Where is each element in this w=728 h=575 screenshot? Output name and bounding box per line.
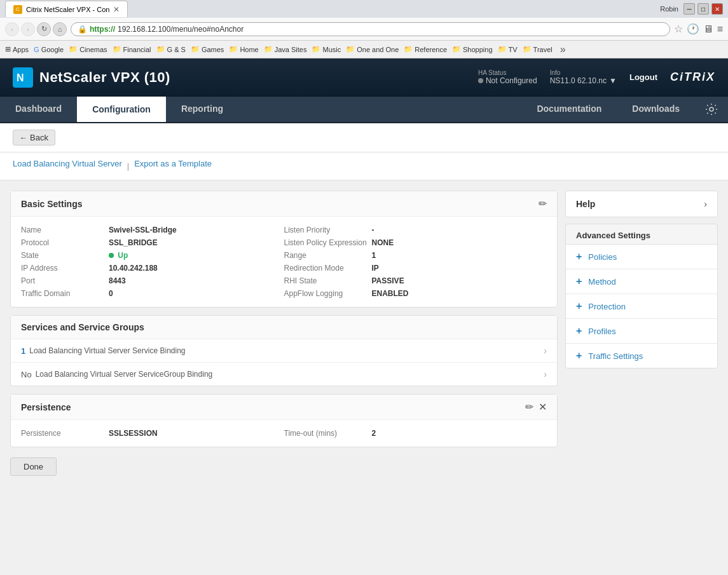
- info-value: NS11.0 62.10.nc ▼: [550, 76, 617, 85]
- redirection-value: IP: [372, 264, 379, 273]
- setting-listen-policy: Listen Policy Expression NONE: [284, 238, 547, 247]
- reload-button[interactable]: ↻: [37, 22, 51, 36]
- maximize-button[interactable]: □: [697, 3, 709, 15]
- cast-icon[interactable]: 🖥: [703, 24, 713, 35]
- address-bar: ‹ › ↻ ⌂ 🔒 https:// 192.168.12.100/menu/n…: [0, 18, 728, 41]
- bookmark-gs[interactable]: 📁 G & S: [156, 45, 186, 53]
- bookmark-google[interactable]: G Google: [34, 46, 64, 53]
- menu-icon[interactable]: ≡: [717, 24, 723, 35]
- service-text-2: Load Balancing Virtual Server ServiceGro…: [36, 370, 544, 379]
- port-label: Port: [21, 276, 104, 285]
- nav-reporting[interactable]: Reporting: [166, 97, 238, 122]
- help-title: Help: [576, 199, 595, 209]
- logout-button[interactable]: Logout: [629, 72, 657, 82]
- bookmark-tv[interactable]: 📁 TV: [498, 45, 518, 53]
- help-header[interactable]: Help ›: [566, 191, 717, 217]
- bookmark-travel[interactable]: 📁 Travel: [523, 45, 553, 53]
- advanced-settings-panel: Advanced Settings + Policies + Method + …: [565, 224, 718, 369]
- back-button[interactable]: ← Back: [13, 130, 55, 145]
- home-button[interactable]: ⌂: [53, 22, 67, 36]
- ns-title: NetScaler VPX (10): [39, 69, 170, 86]
- state-label: State: [21, 251, 104, 260]
- service-count-1: 1: [21, 346, 25, 356]
- breadcrumb-bar: Load Balancing Virtual Server | Export a…: [0, 152, 728, 180]
- content-area: ← Back Load Balancing Virtual Server | E…: [0, 123, 728, 556]
- netscaler-logo-icon: N: [13, 67, 33, 88]
- service-binding-1[interactable]: 1 Load Balancing Virtual Server Service …: [11, 339, 557, 363]
- bookmark-financial[interactable]: 📁 Financial: [113, 45, 151, 53]
- history-icon[interactable]: 🕐: [687, 23, 699, 35]
- advanced-profiles-item[interactable]: + Profiles: [566, 319, 717, 344]
- timeout-value: 2: [372, 429, 376, 438]
- bookmark-home[interactable]: 📁 Home: [229, 45, 258, 53]
- setting-traffic-domain: Traffic Domain 0: [21, 289, 284, 298]
- breadcrumb-action[interactable]: Export as a Template: [134, 159, 212, 173]
- nav-downloads[interactable]: Downloads: [617, 97, 695, 122]
- traffic-domain-value: 0: [109, 289, 113, 298]
- settings-gear-button[interactable]: [695, 97, 728, 122]
- nav-dashboard[interactable]: Dashboard: [0, 97, 77, 122]
- setting-listen-priority: Listen Priority -: [284, 226, 547, 234]
- title-bar-left: C Citrix NetScaler VPX - Con ✕: [5, 1, 128, 17]
- browser-window: C Citrix NetScaler VPX - Con ✕ Robin ─ □…: [0, 0, 728, 556]
- service-binding-2[interactable]: No Load Balancing Virtual Server Service…: [11, 363, 557, 386]
- listen-policy-label: Listen Policy Expression: [284, 238, 367, 247]
- ns-header: N NetScaler VPX (10) HA Status Not Confi…: [0, 58, 728, 97]
- persistence-actions: ✏ ✕: [525, 401, 547, 413]
- persistence-delete-button[interactable]: ✕: [539, 401, 547, 413]
- timeout-label: Time-out (mins): [284, 429, 367, 438]
- bookmark-javasites[interactable]: 📁 Java Sites: [264, 45, 307, 53]
- bookmark-music[interactable]: 📁 Music: [312, 45, 341, 53]
- state-value: Up: [109, 251, 128, 260]
- advanced-protection-item[interactable]: + Protection: [566, 294, 717, 319]
- bookmark-cinemas[interactable]: 📁 Cinemas: [69, 45, 107, 53]
- persistence-edit-button[interactable]: ✏: [525, 401, 533, 413]
- setting-rhi: RHI State PASSIVE: [284, 276, 547, 285]
- persistence-card: Persistence ✏ ✕ Persistence SSLSESSION: [10, 394, 558, 447]
- advanced-method-item[interactable]: + Method: [566, 269, 717, 294]
- svg-text:N: N: [17, 72, 24, 83]
- nav-documentation[interactable]: Documentation: [521, 97, 617, 122]
- bookmark-star-icon[interactable]: ☆: [674, 23, 683, 35]
- service-chevron-2-icon: ›: [544, 369, 547, 379]
- advanced-settings-title: Advanced Settings: [566, 224, 717, 245]
- browser-tab[interactable]: C Citrix NetScaler VPX - Con ✕: [5, 1, 128, 17]
- bookmark-apps[interactable]: ⊞ Apps: [5, 45, 29, 53]
- persistence-grid: Persistence SSLSESSION Time-out (mins) 2: [21, 429, 547, 438]
- lock-icon: 🔒: [78, 25, 87, 34]
- basic-settings-edit-button[interactable]: ✏: [539, 198, 547, 210]
- info-chevron-icon[interactable]: ▼: [609, 76, 617, 85]
- bookmark-shopping-label: Shopping: [463, 46, 493, 53]
- redirection-label: Redirection Mode: [284, 264, 367, 273]
- minimize-button[interactable]: ─: [683, 3, 695, 15]
- tab-close-button[interactable]: ✕: [113, 5, 120, 14]
- bookmark-financial-label: Financial: [123, 46, 151, 53]
- back-bar: ← Back: [0, 123, 728, 152]
- bookmark-shopping[interactable]: 📁 Shopping: [452, 45, 493, 53]
- service-chevron-1-icon: ›: [544, 346, 547, 356]
- basic-settings-body: Name Swivel-SSL-Bridge Protocol SSL_BRID…: [11, 217, 557, 307]
- folder-icon: 📁: [312, 45, 320, 53]
- bookmark-oneandone-label: One and One: [357, 46, 399, 53]
- breadcrumb-separator: |: [122, 161, 134, 171]
- advanced-traffic-settings-item[interactable]: + Traffic Settings: [566, 344, 717, 368]
- back-nav-button[interactable]: ‹: [5, 22, 19, 36]
- breadcrumb-parent[interactable]: Load Balancing Virtual Server: [13, 159, 122, 173]
- help-chevron-icon: ›: [704, 199, 707, 209]
- bookmark-games-label: Games: [202, 46, 224, 53]
- services-header: Services and Service Groups: [11, 316, 557, 339]
- bookmarks-more-button[interactable]: »: [560, 44, 566, 55]
- bookmark-reference[interactable]: 📁 Reference: [404, 45, 447, 53]
- google-icon: G: [34, 46, 39, 53]
- close-button[interactable]: ✕: [711, 3, 723, 15]
- main-layout: Basic Settings ✏ Name Swivel-SSL-Bridge: [0, 180, 728, 486]
- url-box[interactable]: 🔒 https:// 192.168.12.100/menu/neo#noAnc…: [71, 22, 670, 36]
- bookmark-oneandone[interactable]: 📁 One and One: [346, 45, 399, 53]
- done-button[interactable]: Done: [10, 457, 57, 476]
- ha-status-dot: [478, 78, 483, 83]
- nav-configuration[interactable]: Configuration: [77, 97, 166, 122]
- bookmark-games[interactable]: 📁 Games: [191, 45, 224, 53]
- forward-nav-button[interactable]: ›: [21, 22, 35, 36]
- traffic-domain-label: Traffic Domain: [21, 289, 104, 298]
- advanced-policies-item[interactable]: + Policies: [566, 245, 717, 269]
